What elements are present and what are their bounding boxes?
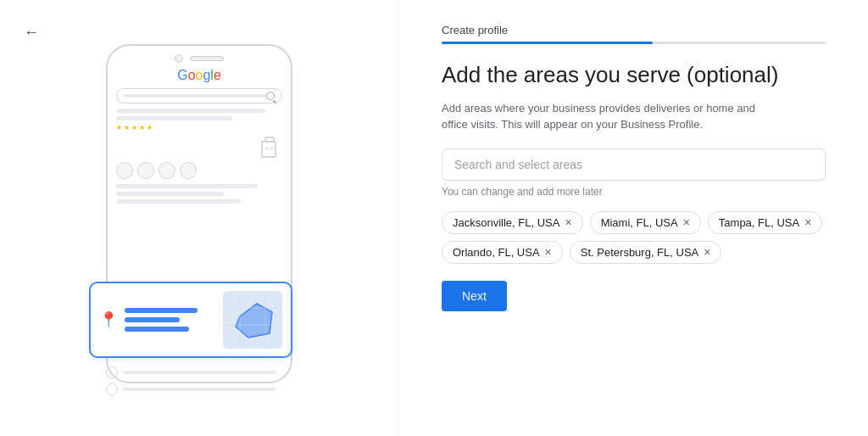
building-icon <box>259 135 282 159</box>
search-hint: You can change and add more later <box>442 186 826 198</box>
tag-tampa-label: Tampa, FL, USA <box>719 216 799 229</box>
svg-rect-3 <box>270 147 274 150</box>
phone-line-1 <box>116 109 265 113</box>
tag-orlando-label: Orlando, FL, USA <box>453 246 540 259</box>
search-input[interactable] <box>454 158 813 171</box>
map-svg <box>223 291 282 349</box>
phone-bottom-line-2 <box>123 388 275 391</box>
progress-bar-fill <box>442 42 653 44</box>
phone-line-4 <box>116 192 224 196</box>
tag-jacksonville-label: Jacksonville, FL, USA <box>453 216 559 229</box>
star-2: ★ <box>124 124 130 131</box>
tags-area: Jacksonville, FL, USA × Miami, FL, USA ×… <box>442 211 826 264</box>
progress-label: Create profile <box>442 24 826 36</box>
phone-line-3 <box>116 184 258 188</box>
tag-stpete-close[interactable]: × <box>704 246 710 258</box>
next-button[interactable]: Next <box>442 281 507 311</box>
phone-speaker <box>190 56 224 61</box>
progress-bar-container <box>442 42 826 44</box>
tag-stpete-label: St. Petersburg, FL, USA <box>581 246 698 259</box>
tag-miami-label: Miami, FL, USA <box>601 216 678 229</box>
phone-bottom <box>106 366 275 400</box>
page-title: Add the areas you serve (optional) <box>442 61 826 90</box>
map-text-line-2 <box>125 317 180 322</box>
phone-camera <box>175 54 183 63</box>
phone-icon-1 <box>116 162 133 179</box>
phone-illustration: Google ★ ★ ★ ★ ★ <box>97 44 301 400</box>
phone-search-icon <box>266 92 275 100</box>
phone-icons-row <box>116 162 282 179</box>
phone-bottom-icon-2 <box>106 383 118 395</box>
stars-row: ★ ★ ★ ★ ★ <box>116 124 282 131</box>
tag-jacksonville: Jacksonville, FL, USA × <box>442 211 583 234</box>
tag-stpete: St. Petersburg, FL, USA × <box>570 241 722 264</box>
building-area <box>116 135 282 159</box>
phone-search-bar <box>116 88 282 103</box>
left-panel: ← Google <box>0 0 398 436</box>
phone-bottom-row-1 <box>106 366 275 378</box>
map-card: 📍 <box>89 282 292 358</box>
map-text-line-3 <box>125 327 189 332</box>
phone-bottom-icon-1 <box>106 366 118 378</box>
tag-orlando: Orlando, FL, USA × <box>442 241 563 264</box>
phone-bottom-row-2 <box>106 383 275 395</box>
map-text-line-1 <box>125 308 198 313</box>
phone-line-2 <box>116 116 232 120</box>
tag-tampa: Tampa, FL, USA × <box>708 211 823 234</box>
progress-section: Create profile <box>442 24 826 44</box>
phone-bottom-line-1 <box>123 371 275 374</box>
back-button[interactable]: ← <box>24 24 39 42</box>
star-5: ★ <box>147 124 153 131</box>
google-logo: Google <box>116 68 282 83</box>
tag-jacksonville-close[interactable]: × <box>565 216 571 228</box>
phone-icon-4 <box>180 162 197 179</box>
page-description: Add areas where your business provides d… <box>442 100 781 133</box>
svg-rect-2 <box>265 147 269 150</box>
star-4: ★ <box>139 124 145 131</box>
star-1: ★ <box>116 124 122 131</box>
phone-icon-3 <box>159 162 175 179</box>
tag-orlando-close[interactable]: × <box>545 246 552 258</box>
map-thumbnail <box>223 291 282 349</box>
map-pin-icon: 📍 <box>99 310 118 329</box>
tag-miami-close[interactable]: × <box>683 216 690 228</box>
phone-content: Google ★ ★ ★ ★ ★ <box>108 68 291 204</box>
svg-rect-1 <box>265 137 274 142</box>
phone-top-bar <box>108 46 291 68</box>
tag-miami: Miami, FL, USA × <box>590 211 701 234</box>
phone-icon-2 <box>137 162 154 179</box>
search-input-wrapper[interactable] <box>442 148 826 181</box>
phone-line-5 <box>116 199 241 204</box>
star-3: ★ <box>131 124 137 131</box>
tag-tampa-close[interactable]: × <box>804 216 811 228</box>
right-panel: Create profile Add the areas you serve (… <box>398 0 868 436</box>
map-text-lines <box>125 308 216 332</box>
